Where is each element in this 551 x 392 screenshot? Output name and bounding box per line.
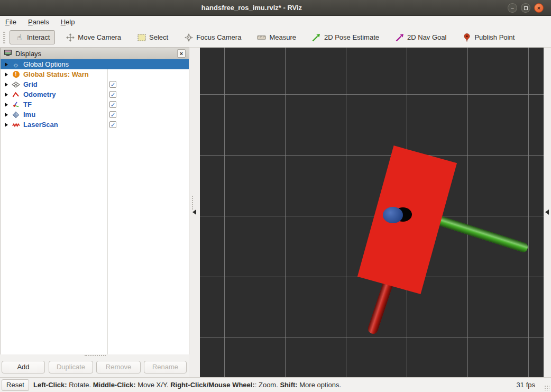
display-row-tf[interactable]: TF✓ [1, 99, 189, 110]
rename-button[interactable]: Rename [144, 361, 187, 373]
title-bar: handsfree_ros_imu.rviz* - RViz − × [0, 0, 551, 16]
tool-measure[interactable]: Measure [252, 30, 301, 44]
panel-close-icon[interactable]: × [177, 49, 186, 58]
tool-label: Select [149, 33, 168, 41]
display-row-imu[interactable]: Imu✓ [1, 110, 189, 120]
laserscan-icon [12, 122, 20, 127]
grid-line [200, 94, 544, 95]
grid-line [200, 338, 544, 338]
display-row-label: Odometry [23, 90, 56, 98]
grid-line [200, 216, 544, 216]
tool-label: Move Camera [78, 33, 121, 41]
move-arrows-icon [66, 33, 75, 42]
panel-title: Displays [15, 50, 174, 58]
expand-arrow-icon[interactable] [5, 123, 8, 127]
grid-line [528, 48, 529, 377]
render-view-3d[interactable] [200, 48, 544, 377]
display-row-label: Grid [23, 80, 38, 88]
add-button[interactable]: Add [2, 361, 45, 373]
menu-item-help[interactable]: Help [61, 18, 75, 26]
displays-panel: Displays × ☼Global Options!Global Status… [0, 48, 189, 377]
display-row-label: Global Status: Warn [23, 70, 89, 78]
selection-box-icon [137, 33, 146, 42]
tool-interact[interactable]: ☝Interact [10, 30, 55, 44]
splitter-grip[interactable] [192, 196, 193, 209]
warning-icon: ! [12, 71, 20, 78]
remove-button[interactable]: Remove [96, 361, 141, 373]
display-row-odometry[interactable]: Odometry✓ [1, 89, 189, 99]
grid-line [285, 48, 286, 377]
visibility-checkbox[interactable]: ✓ [109, 121, 116, 128]
display-row-label: TF [23, 101, 32, 108]
grid-line [224, 48, 225, 377]
tool-label: Focus Camera [196, 33, 241, 41]
tool-2d-nav-goal[interactable]: 2D Nav Goal [390, 30, 452, 44]
visibility-checkbox[interactable]: ✓ [109, 81, 116, 88]
display-row-grid[interactable]: Grid✓ [1, 79, 189, 89]
tool-label: 2D Nav Goal [407, 33, 446, 41]
expand-arrow-icon[interactable] [5, 72, 8, 77]
minimize-button[interactable]: − [508, 3, 517, 13]
status-bar: Reset Left-Click: Rotate. Middle-Click: … [0, 377, 551, 392]
expand-arrow-icon[interactable] [5, 113, 8, 117]
visibility-checkbox[interactable]: ✓ [109, 101, 116, 108]
reset-button[interactable]: Reset [2, 379, 29, 391]
close-button[interactable]: × [534, 3, 544, 13]
resize-grip[interactable] [544, 385, 549, 390]
hand-icon: ☝ [15, 33, 24, 42]
display-row-global-status-warn[interactable]: !Global Status: Warn [1, 69, 189, 79]
display-row-label: Imu [23, 111, 35, 118]
tool-move-camera[interactable]: Move Camera [60, 30, 126, 44]
fps-counter: 31 fps [517, 378, 535, 392]
display-row-label: LaserScan [23, 121, 58, 129]
displays-panel-header[interactable]: Displays × [0, 48, 189, 59]
toolbar-grip[interactable] [3, 32, 5, 43]
menu-item-file[interactable]: File [5, 18, 16, 26]
tree-resize-grip[interactable] [85, 355, 106, 356]
collapse-arrow-icon[interactable] [192, 209, 196, 215]
green-arrow-icon [312, 33, 321, 42]
tool-label: 2D Pose Estimate [324, 33, 379, 41]
focus-crosshair-icon [184, 33, 193, 42]
display-row-global-options[interactable]: ☼Global Options [1, 59, 189, 69]
maximize-button[interactable] [521, 3, 530, 13]
expand-arrow-icon[interactable] [5, 103, 8, 107]
displays-tree: ☼Global Options!Global Status: WarnGrid✓… [0, 59, 189, 354]
tf-axes-icon [12, 101, 20, 108]
tool-label: Interact [27, 33, 50, 41]
expand-arrow-icon[interactable] [5, 93, 8, 97]
blue-cylinder-cap [383, 207, 403, 223]
visibility-checkbox[interactable]: ✓ [109, 111, 116, 118]
right-splitter[interactable] [544, 48, 551, 377]
tool-focus-camera[interactable]: Focus Camera [179, 30, 246, 44]
ruler-icon [257, 33, 266, 42]
rviz-window: handsfree_ros_imu.rviz* - RViz − × FileP… [0, 0, 551, 392]
expand-arrow-icon[interactable] [5, 83, 8, 87]
menu-bar: FilePanelsHelp [0, 16, 551, 28]
map-pin-icon [462, 33, 471, 42]
grid-line [200, 155, 544, 156]
tool-2d-pose-estimate[interactable]: 2D Pose Estimate [307, 30, 384, 44]
display-row-label: Global Options [23, 60, 69, 68]
red-cylinder [366, 278, 394, 335]
tool-label: Publish Point [474, 33, 515, 41]
expand-arrow-icon[interactable] [5, 62, 8, 67]
collapse-arrow-icon[interactable] [545, 209, 549, 215]
grid-icon [12, 81, 20, 88]
duplicate-button[interactable]: Duplicate [49, 361, 93, 373]
maximize-icon [524, 6, 528, 10]
mouse-hints: Left-Click: Rotate. Middle-Click: Move X… [33, 378, 341, 392]
toolbar: ☝InteractMove CameraSelectFocus CameraMe… [0, 28, 551, 48]
menu-item-panels[interactable]: Panels [28, 18, 49, 26]
purple-arrow-icon [395, 33, 404, 42]
grid-line [346, 48, 346, 377]
left-splitter[interactable] [189, 48, 200, 377]
green-cylinder [435, 215, 529, 253]
tool-select[interactable]: Select [132, 30, 173, 44]
tool-publish-point[interactable]: Publish Point [457, 30, 520, 44]
display-row-laserscan[interactable]: LaserScan✓ [1, 120, 189, 130]
visibility-checkbox[interactable]: ✓ [109, 91, 116, 98]
grid-line [467, 48, 468, 377]
imu-icon [12, 111, 20, 118]
tool-label: Measure [269, 33, 296, 41]
